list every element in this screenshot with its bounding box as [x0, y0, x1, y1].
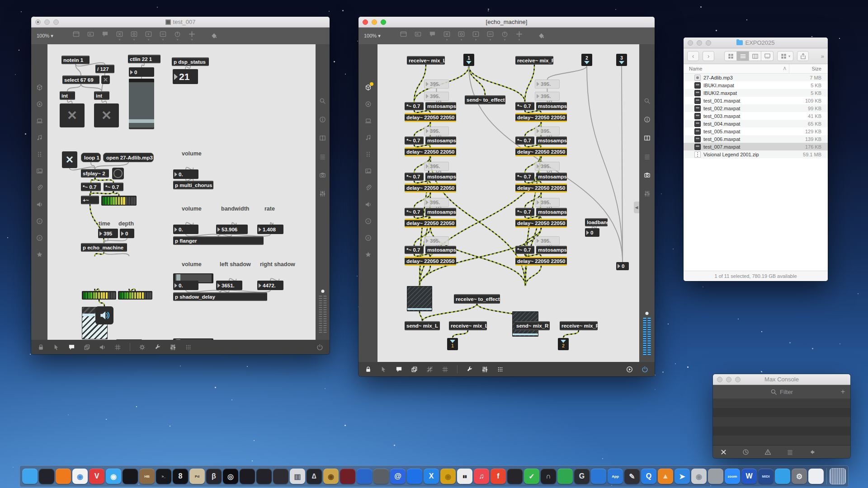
echo-node-msL4[interactable]: mstosamps~	[425, 208, 456, 216]
dock-icon-appstore[interactable]: App	[608, 469, 623, 484]
forward-button[interactable]: ›	[703, 51, 714, 61]
minimize-button[interactable]	[44, 19, 50, 25]
dock-icon-card[interactable]	[808, 469, 824, 484]
dock-icon-masks[interactable]	[708, 469, 723, 484]
echo-node-nL5[interactable]: 395.	[424, 236, 449, 245]
test007-node-pshadow[interactable]: p shadow_delay	[173, 292, 267, 301]
echo-node-nL4[interactable]: 395.	[424, 198, 449, 207]
patcher-canvas-echo[interactable]: ◀ receive~ mix_L1receive~ mix_R23send~ t…	[377, 44, 639, 362]
echo-node-sML[interactable]: send~ mix_L	[405, 321, 440, 330]
playbar-icon[interactable]: ▾	[472, 31, 479, 41]
echo-node-mulL1[interactable]: *~ 0.7	[405, 102, 424, 110]
echo-node-scL[interactable]	[407, 286, 432, 311]
dock-icon-wifi-app[interactable]	[775, 469, 790, 484]
test007-node-togR[interactable]: ✕	[94, 103, 119, 127]
test007-node-loop1[interactable]: loop 1	[81, 153, 101, 162]
echo-node-nR2[interactable]: 395.	[535, 127, 560, 136]
test007-node-intR[interactable]: int	[94, 91, 109, 100]
dock-icon-coin[interactable]: ◉	[440, 469, 456, 484]
echo-node-nR1[interactable]: 395.	[535, 80, 560, 89]
echo-node-mulR5[interactable]: *~ 0.7	[515, 246, 534, 254]
echo-node-mulL4[interactable]: *~ 0.7	[405, 208, 424, 216]
test007-node-intL[interactable]: int	[60, 91, 75, 100]
test007-node-n21[interactable]: 21	[173, 69, 198, 84]
echo-node-nR1b[interactable]: 395.	[535, 92, 560, 101]
power-icon[interactable]	[316, 344, 323, 351]
finder-row-test_005.maxpat[interactable]: test_005.maxpat129 KB	[684, 127, 828, 135]
test007-node-nv3[interactable]: 0.	[173, 281, 198, 290]
speaker-icon[interactable]	[36, 201, 43, 208]
braille-icon[interactable]	[365, 151, 372, 158]
test007-node-mulA[interactable]: *~ 0.7	[81, 183, 101, 191]
layers-icon[interactable]	[411, 366, 418, 373]
echo-node-nL3[interactable]: 395.	[424, 162, 449, 171]
window-test007[interactable]: test_007 100% ▾ ▾▾▾▾▾▾ vb notein 1/ 127s…	[31, 17, 330, 354]
traffic-lights[interactable]	[35, 19, 59, 25]
b-circle-icon[interactable]: b	[365, 235, 372, 241]
dock-icon-launchpad[interactable]	[39, 469, 54, 484]
dock-icon-obs[interactable]: ◎	[223, 469, 238, 484]
max-console-window[interactable]: Max Console Filter +	[713, 374, 850, 458]
test007-node-dac[interactable]	[95, 306, 113, 324]
minimize-button[interactable]	[372, 19, 377, 25]
speaker-icon[interactable]	[99, 344, 106, 351]
echo-node-dL2[interactable]: delay~ 22050 22050	[405, 147, 456, 156]
cursor-icon[interactable]	[53, 344, 60, 351]
echo-node-o2[interactable]: 2	[558, 338, 569, 350]
column-view-button[interactable]	[749, 51, 761, 61]
echo-node-mulR2[interactable]: *~ 0.7	[515, 136, 534, 145]
add-icon[interactable]: ▾	[516, 31, 523, 41]
echo-node-n0b[interactable]: 0	[616, 262, 629, 270]
echo-node-nL1a[interactable]: 395.	[424, 80, 449, 89]
finder-list-header[interactable]: Nameᐱ Size	[684, 64, 828, 74]
more-toolbar-items[interactable]: »	[821, 53, 824, 60]
finder-row-IBUKI.maxpat[interactable]: IBUKI.maxpat5 KB	[684, 81, 828, 89]
mixer-icon[interactable]	[644, 190, 651, 197]
echo-node-dR1[interactable]: delay~ 22050 22050	[515, 113, 567, 122]
zoom-level[interactable]: 100% ▾	[37, 33, 60, 39]
dock-icon-vivaldi[interactable]: V	[89, 469, 104, 484]
test007-node-sfplay[interactable]: sfplay~ 2	[81, 169, 109, 178]
panel-icon[interactable]	[73, 31, 80, 38]
titlebar-test007[interactable]: test_007	[31, 17, 330, 28]
window-echo-machine[interactable]: [echo_machine] 100% ▾ ▾▾▾▾▾▾ vb ◀ receiv…	[359, 17, 655, 376]
laptop-icon[interactable]	[36, 117, 43, 124]
echo-node-msR3[interactable]: mstosamps~	[536, 173, 567, 181]
dock-icon-q-app[interactable]: Q	[641, 469, 656, 484]
image-icon[interactable]	[36, 168, 43, 174]
laptop-icon[interactable]	[365, 117, 372, 124]
dock-icon-bluearrow[interactable]: ➤	[675, 469, 690, 484]
back-button[interactable]: ‹	[687, 51, 699, 61]
dock-icon-beta-app[interactable]: β	[206, 469, 222, 484]
finder-row-Visional Legend 2001.zip[interactable]: Visional Legend 2001.zip59.1 MB	[684, 150, 828, 158]
dots-icon[interactable]	[497, 366, 504, 373]
cube-icon[interactable]	[36, 84, 43, 91]
echo-node-dR4[interactable]: delay~ 22050 22050	[515, 219, 567, 228]
cube-icon[interactable]	[365, 84, 372, 91]
toggle-icon[interactable]: ▾	[116, 31, 123, 41]
gallery-view-button[interactable]	[761, 51, 774, 61]
dock-icon-mail[interactable]: @	[390, 469, 406, 484]
dock-icon-light-app[interactable]: ▥	[290, 469, 305, 484]
finder-row-IBUKI2.maxpat[interactable]: IBUKI2.maxpat5 KB	[684, 89, 828, 97]
mixer-icon[interactable]	[481, 366, 488, 373]
clip-icon[interactable]	[365, 184, 372, 191]
close-button[interactable]	[688, 40, 693, 46]
finder-row-test_004.maxpat[interactable]: test_004.maxpat65 KB	[684, 120, 828, 127]
echo-node-msL2[interactable]: mstosamps~	[425, 136, 456, 145]
dock-icon-terminal[interactable]: >_	[156, 469, 171, 484]
message-icon[interactable]: ▾	[160, 31, 166, 41]
dock-icon-controller[interactable]	[273, 469, 288, 484]
button-icon[interactable]: ▾	[458, 31, 465, 41]
echo-node-nR4[interactable]: 395.	[535, 198, 560, 207]
dock-icon-pen[interactable]: ✎	[624, 469, 640, 484]
close-icon[interactable]	[720, 449, 727, 455]
dock[interactable]: ◉V◉HB>_8Pdβ◎▥∆◉@X◉▮▮♫f✓∩GApp✎Q▲➤◉zoomWMI…	[19, 465, 849, 487]
test007-node-meterM[interactable]	[101, 196, 137, 206]
dock-icon-puredata[interactable]: Pd	[189, 469, 205, 484]
test007-node-pmulti[interactable]: p multi_chorus	[173, 181, 213, 189]
test007-node-openmsg[interactable]: open 27-Adlib.mp3	[103, 153, 154, 162]
dock-icon-gear-app[interactable]: ⚙	[792, 469, 807, 484]
warning-icon[interactable]	[764, 449, 771, 455]
search-icon[interactable]	[319, 98, 326, 104]
